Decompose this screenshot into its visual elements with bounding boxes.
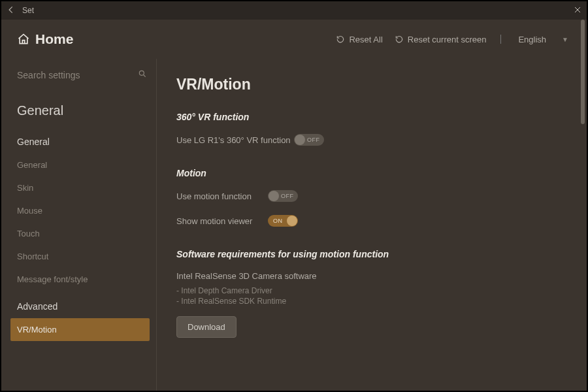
vr-function-label: Use LG R1's 360° VR function	[176, 135, 294, 145]
sidebar-item-skin[interactable]: Skin	[10, 176, 150, 199]
toggle-knob	[295, 135, 305, 145]
motion-show-toggle[interactable]: ON	[268, 215, 298, 227]
toggle-knob	[287, 216, 297, 226]
download-button[interactable]: Download	[176, 316, 237, 338]
scrollbar[interactable]	[581, 20, 585, 389]
toggle-state: OFF	[307, 137, 320, 143]
home-button[interactable]: Home	[17, 31, 73, 47]
svg-point-0	[139, 71, 144, 75]
home-label: Home	[35, 31, 73, 47]
motion-use-toggle[interactable]: OFF	[268, 190, 298, 202]
group-head-general: General	[17, 137, 147, 147]
row-motion-show: Show motion viewer ON	[176, 215, 567, 227]
req-sub1: - Intel Depth Camera Driver	[176, 286, 567, 295]
section-motion-heading: Motion	[176, 168, 567, 178]
section-req-heading: Software requirements for using motion f…	[176, 249, 567, 259]
window-title: Set	[22, 6, 34, 15]
language-select[interactable]: English ▼	[518, 35, 568, 44]
section-vr-heading: 360° VR function	[176, 112, 567, 122]
sidebar-item-message-font[interactable]: Message font/style	[10, 268, 150, 291]
req-main: Intel RealSense 3D Camera software	[176, 271, 567, 281]
sidebar-item-general[interactable]: General	[10, 154, 150, 176]
scrollbar-thumb[interactable]	[581, 20, 585, 124]
reset-all-label: Reset All	[349, 35, 382, 44]
motion-show-label: Show motion viewer	[176, 216, 268, 226]
titlebar: Set	[1, 1, 587, 20]
row-motion-use: Use motion function OFF	[176, 190, 567, 202]
section-head-general: General	[17, 103, 147, 118]
sidebar-item-mouse[interactable]: Mouse	[10, 199, 150, 222]
settings-window: Set Home Reset All Reset current screen …	[1, 1, 587, 391]
toggle-state: ON	[273, 218, 283, 224]
content: VR/Motion 360° VR function Use LG R1's 3…	[157, 59, 587, 391]
sidebar-item-touch[interactable]: Touch	[10, 222, 150, 245]
vr-function-toggle[interactable]: OFF	[294, 134, 324, 146]
close-icon[interactable]	[574, 5, 581, 16]
row-vr-function: Use LG R1's 360° VR function OFF	[176, 134, 567, 146]
group-head-advanced: Advanced	[17, 301, 147, 312]
topbar: Home Reset All Reset current screen Engl…	[1, 20, 587, 59]
reset-screen-button[interactable]: Reset current screen	[395, 35, 487, 44]
language-label: English	[518, 35, 546, 44]
separator	[500, 35, 501, 44]
search-icon[interactable]	[138, 69, 147, 81]
chevron-down-icon: ▼	[562, 36, 568, 43]
sidebar-item-vr-motion[interactable]: VR/Motion	[10, 318, 150, 341]
motion-use-label: Use motion function	[176, 191, 268, 201]
toggle-knob	[269, 191, 279, 201]
toggle-state: OFF	[281, 193, 294, 199]
sidebar: General General General Skin Mouse Touch…	[1, 59, 157, 391]
body: General General General Skin Mouse Touch…	[1, 59, 587, 391]
reset-screen-label: Reset current screen	[408, 35, 487, 44]
back-icon[interactable]	[7, 5, 16, 16]
sidebar-item-shortcut[interactable]: Shortcut	[10, 245, 150, 268]
page-title: VR/Motion	[176, 76, 567, 93]
search-row	[17, 64, 147, 86]
req-sub2: - Intel RealSense SDK Runtime	[176, 297, 567, 306]
search-input[interactable]	[17, 70, 138, 80]
reset-all-button[interactable]: Reset All	[336, 35, 382, 44]
